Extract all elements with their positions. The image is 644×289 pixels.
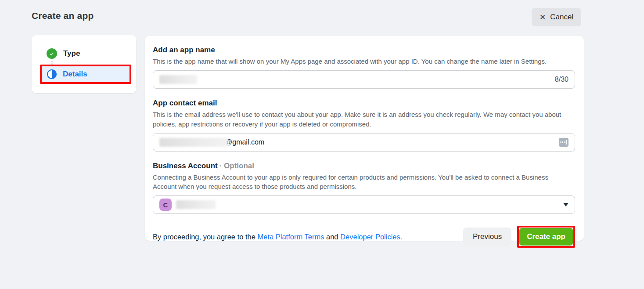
agreement-text: By proceeding, you agree to the Meta Pla…: [153, 233, 402, 241]
developer-policies-link[interactable]: Developer Policies.: [340, 233, 402, 241]
contact-email-section: App contact email This is the email addr…: [153, 99, 575, 152]
check-icon: [47, 48, 57, 59]
app-name-section: Add an app name This is the app name tha…: [153, 46, 575, 89]
redacted-email-value: [159, 138, 228, 147]
create-app-form-panel: Add an app name This is the app name tha…: [145, 36, 584, 241]
optional-label: · Optional: [219, 162, 254, 170]
contact-email-description: This is the email address we'll use to c…: [153, 110, 565, 129]
steps-sidebar: Type Details: [32, 35, 136, 93]
email-visible-text: @gmail.com: [225, 138, 264, 146]
sidebar-item-details[interactable]: Details: [63, 70, 87, 79]
close-icon: ✕: [540, 14, 546, 21]
chevron-down-icon: [563, 203, 568, 206]
business-account-section: Business Account· Optional Connecting a …: [153, 162, 575, 214]
business-account-label: Business Account· Optional: [153, 162, 575, 170]
business-avatar: C: [159, 199, 172, 211]
cancel-button-label: Cancel: [550, 13, 573, 22]
business-account-description: Connecting a Business Account to your ap…: [153, 173, 565, 191]
business-account-select[interactable]: C: [153, 195, 575, 214]
contact-email-input[interactable]: @gmail.com: [153, 133, 575, 152]
annotation-box-create-app: Create app: [517, 226, 575, 248]
app-name-label: Add an app name: [153, 46, 575, 54]
form-footer: By proceeding, you agree to the Meta Pla…: [153, 226, 575, 248]
contact-email-label: App contact email: [153, 99, 575, 108]
previous-button[interactable]: Previous: [463, 228, 511, 246]
step-connector-dot: [51, 61, 53, 62]
sidebar-item-type[interactable]: Type: [47, 48, 80, 59]
cancel-button[interactable]: ✕ Cancel: [532, 8, 581, 26]
annotation-box-details: Details: [40, 65, 131, 84]
redacted-business-name: [176, 200, 216, 209]
step-type-label: Type: [63, 49, 80, 58]
app-name-description: This is the app name that will show on y…: [153, 57, 565, 66]
page-title: Create an app: [32, 11, 94, 21]
create-app-button[interactable]: Create app: [519, 228, 573, 246]
meta-platform-terms-link[interactable]: Meta Platform Terms: [258, 233, 324, 241]
half-progress-icon: [47, 69, 57, 79]
redacted-app-name-value: [159, 75, 197, 84]
app-name-input[interactable]: 8/30: [153, 70, 575, 89]
autofill-extension-icon[interactable]: [559, 138, 568, 147]
char-counter: 8/30: [555, 76, 568, 83]
